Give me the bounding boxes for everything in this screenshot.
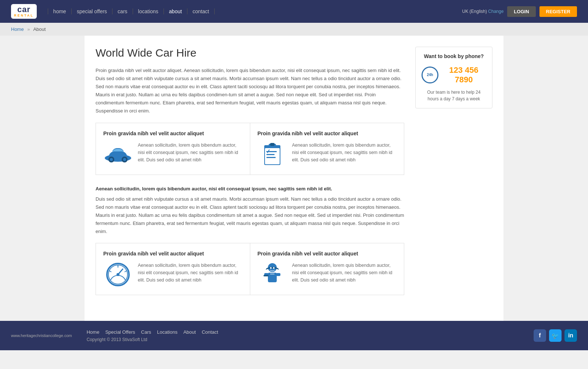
header-right: UK (English) Change LOGIN REGISTER xyxy=(462,6,577,17)
svg-line-16 xyxy=(110,271,111,272)
language-label: UK (English) xyxy=(462,9,487,14)
breadcrumb-current: About xyxy=(33,26,46,32)
svg-rect-25 xyxy=(263,275,269,276)
phone-support-text: Our team is here to help 24 hours a day … xyxy=(422,89,486,102)
phone-heading: Want to book by phone? xyxy=(422,53,486,60)
feature-box-clipboard-title: Proin gravida nibh vel velit auctor aliq… xyxy=(258,130,397,136)
footer-nav-contact[interactable]: Contact xyxy=(202,329,218,335)
footer-nav-locations[interactable]: Locations xyxy=(157,329,178,335)
logo-car: car xyxy=(17,6,31,14)
svg-point-4 xyxy=(123,158,126,161)
footer-copyright: Copyright © 2013 StivaSoft Ltd xyxy=(87,337,519,342)
breadcrumb-separator: » xyxy=(27,26,30,32)
login-button[interactable]: LOGIN xyxy=(507,6,535,17)
speedometer-icon xyxy=(103,262,133,287)
footer-nav-home[interactable]: Home xyxy=(87,329,100,335)
feature-grid-2: Proin gravida nibh vel velit auctor aliq… xyxy=(96,243,404,295)
svg-rect-8 xyxy=(270,143,275,146)
sidebar: Want to book by phone? 24h 123 456 7890 … xyxy=(415,47,492,306)
page-title: World Wide Car Hire xyxy=(96,47,404,59)
intro-paragraph: Proin gravida nibh vel velit auctor aliq… xyxy=(96,67,404,115)
site-footer: www.heritagechristiancollege.com Home Sp… xyxy=(0,321,588,350)
main-content: World Wide Car Hire Proin gravida nibh v… xyxy=(96,47,404,306)
clock-icon: 24h xyxy=(422,67,438,83)
main-navigation: home special offers cars locations about… xyxy=(48,8,462,14)
twitter-icon[interactable]: 🐦 xyxy=(549,329,562,342)
phone-box: Want to book by phone? 24h 123 456 7890 … xyxy=(415,47,492,108)
footer-center: Home Special Offers Cars Locations About… xyxy=(87,329,519,342)
nav-special-offers[interactable]: special offers xyxy=(72,8,112,14)
footer-nav-special-offers[interactable]: Special Offers xyxy=(105,329,135,335)
breadcrumb-home[interactable]: Home xyxy=(11,26,24,32)
svg-line-15 xyxy=(125,271,126,272)
nav-home[interactable]: home xyxy=(48,8,72,14)
nav-about[interactable]: about xyxy=(164,8,187,14)
breadcrumb: Home » About xyxy=(0,23,588,36)
svg-rect-6 xyxy=(265,148,280,164)
clipboard-icon xyxy=(258,141,287,167)
logo[interactable]: car rental xyxy=(11,4,37,19)
footer-nav-cars[interactable]: Cars xyxy=(141,329,151,335)
svg-rect-11 xyxy=(266,157,276,158)
phone-icon-row: 24h 123 456 7890 xyxy=(422,65,486,85)
feature-box-mechanic: Proin gravida nibh vel velit auctor aliq… xyxy=(250,243,404,295)
language-selector: UK (English) Change xyxy=(462,9,504,14)
nav-locations[interactable]: locations xyxy=(133,8,164,14)
site-header: car rental home special offers cars loca… xyxy=(0,0,588,23)
clock-label: 24h xyxy=(427,73,433,77)
phone-number[interactable]: 123 456 7890 xyxy=(441,65,486,85)
feature-grid-1: Proin gravida nibh vel velit auctor aliq… xyxy=(96,123,404,175)
feature-box-car: Proin gravida nibh vel velit auctor aliq… xyxy=(96,123,250,175)
mechanic-icon xyxy=(258,262,287,287)
feature-box-clipboard-text: Aenean sollicitudin, lorem quis bibendum… xyxy=(292,141,397,164)
footer-navigation: Home Special Offers Cars Locations About… xyxy=(87,329,519,335)
bold-intro: Aenean sollicitudin, lorem quis bibendum… xyxy=(96,186,404,191)
footer-nav-about[interactable]: About xyxy=(183,329,196,335)
svg-point-21 xyxy=(273,267,275,269)
footer-website: www.heritagechristiancollege.com xyxy=(11,333,72,338)
nav-cars[interactable]: cars xyxy=(112,8,133,14)
feature-box-mechanic-text: Aenean sollicitudin, lorem quis bibendum… xyxy=(292,262,397,284)
svg-rect-26 xyxy=(270,273,275,275)
language-change[interactable]: Change xyxy=(488,9,503,14)
svg-point-2 xyxy=(110,158,113,161)
register-button[interactable]: REGISTER xyxy=(539,6,577,17)
feature-box-car-text: Aenean sollicitudin, lorem quis bibendum… xyxy=(138,141,243,164)
logo-rental: rental xyxy=(14,14,34,17)
footer-social: f 🐦 in xyxy=(534,329,577,342)
body-paragraph-2: Duis sed odio sit amet nibh vulputate cu… xyxy=(96,195,404,236)
feature-box-speedometer: Proin gravida nibh vel velit auctor aliq… xyxy=(96,243,250,295)
feature-box-clipboard: Proin gravida nibh vel velit auctor aliq… xyxy=(250,123,404,175)
feature-box-car-title: Proin gravida nibh vel velit auctor aliq… xyxy=(103,130,243,136)
car-icon xyxy=(103,141,133,167)
feature-box-speedometer-title: Proin gravida nibh vel velit auctor aliq… xyxy=(103,251,243,257)
feature-box-mechanic-title: Proin gravida nibh vel velit auctor aliq… xyxy=(258,251,397,257)
facebook-icon[interactable]: f xyxy=(534,329,546,342)
feature-box-speedometer-text: Aenean sollicitudin, lorem quis bibendum… xyxy=(138,262,243,284)
svg-point-20 xyxy=(270,267,272,269)
svg-rect-24 xyxy=(276,273,280,276)
linkedin-icon[interactable]: in xyxy=(564,329,577,342)
svg-rect-10 xyxy=(266,154,275,155)
nav-contact[interactable]: contact xyxy=(187,8,215,14)
